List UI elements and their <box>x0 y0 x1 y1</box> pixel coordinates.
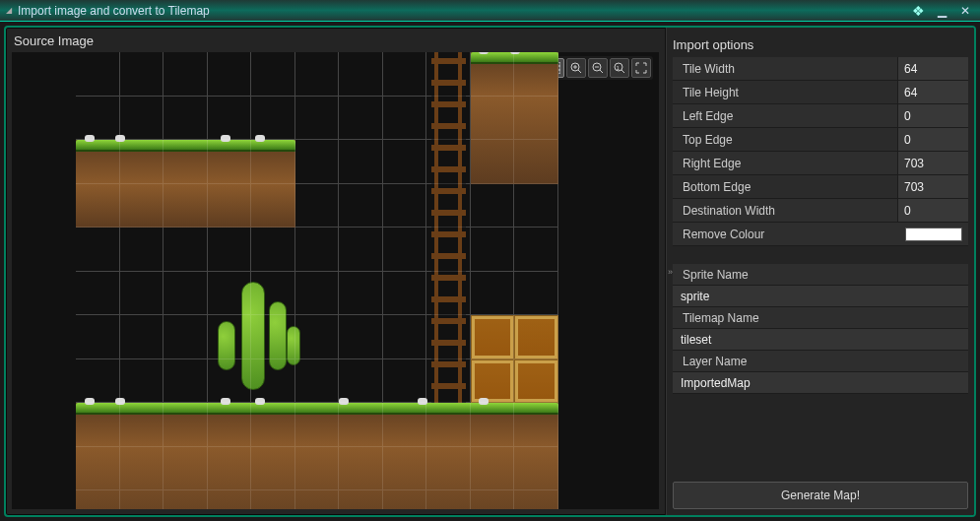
option-value[interactable]: 703 <box>897 152 968 174</box>
option-value[interactable]: 0 <box>897 128 968 151</box>
option-label: Destination Width <box>673 204 897 218</box>
option-row: Left Edge0 <box>673 104 968 128</box>
option-row: Right Edge703 <box>673 152 968 175</box>
zoom-fit-icon: 1 <box>614 62 625 74</box>
window-body: Source Image ▾ 1 <box>4 26 976 517</box>
svg-text:1: 1 <box>617 65 621 71</box>
layer-name-input[interactable]: ImportedMap <box>673 372 968 393</box>
option-label: Tile Width <box>673 62 897 76</box>
option-row: Top Edge0 <box>673 128 968 152</box>
tilemap-name-input[interactable]: tileset <box>673 329 968 350</box>
toolbar-zoom-out[interactable] <box>588 58 608 78</box>
option-value[interactable]: 703 <box>897 175 968 198</box>
options-heading: Import options <box>673 33 968 55</box>
svg-line-6 <box>578 70 581 73</box>
sprite-name-input[interactable]: sprite <box>673 286 968 306</box>
option-label: Top Edge <box>673 133 897 147</box>
close-icon[interactable]: ✕ <box>956 4 974 18</box>
overflow-icon[interactable]: ❖ <box>909 3 927 19</box>
option-row: Destination Width0 <box>673 199 968 223</box>
option-value[interactable]: 0 <box>897 199 968 222</box>
remove-colour-label: Remove Colour <box>673 228 905 241</box>
fullscreen-icon <box>635 62 647 74</box>
tilemap-name-row: tileset <box>673 329 968 351</box>
tilemap-name-label-row: Tilemap Name <box>673 307 968 329</box>
option-row: Tile Height64 <box>673 81 968 104</box>
remove-colour-swatch[interactable] <box>905 228 962 241</box>
source-panel: Source Image ▾ 1 <box>6 28 666 515</box>
tilemap-canvas[interactable] <box>76 52 558 509</box>
titlebar[interactable]: ◢ Import image and convert to Tilemap ❖ … <box>0 0 980 22</box>
window-menu-icon[interactable]: ◢ <box>6 6 12 15</box>
option-row: Tile Width64 <box>673 57 968 81</box>
layer-name-row: ImportedMap <box>673 372 968 394</box>
minimize-icon[interactable]: ▁ <box>933 4 950 18</box>
panel-collapse-icon[interactable]: » <box>668 267 671 277</box>
option-row: Bottom Edge703 <box>673 175 968 199</box>
option-label: Bottom Edge <box>673 180 897 194</box>
zoom-out-icon <box>592 62 604 74</box>
sprite-name-row: sprite <box>673 286 968 307</box>
canvas-wrap[interactable]: ▾ 1 <box>12 52 659 509</box>
option-value[interactable]: 64 <box>897 81 968 103</box>
option-label: Tile Height <box>673 86 897 99</box>
zoom-in-icon <box>570 62 582 74</box>
generate-button[interactable]: Generate Map! <box>673 482 968 509</box>
toolbar-fullscreen[interactable] <box>631 58 651 78</box>
option-value[interactable]: 0 <box>897 104 968 127</box>
sprite-name-label-row: Sprite Name <box>673 264 968 286</box>
window: ◢ Import image and convert to Tilemap ❖ … <box>0 0 980 521</box>
option-label: Left Edge <box>673 109 897 123</box>
toolbar-zoom-in[interactable] <box>566 58 586 78</box>
svg-line-10 <box>600 70 603 73</box>
toolbar-zoom-fit[interactable]: 1 <box>610 58 629 78</box>
svg-line-13 <box>621 70 624 73</box>
source-heading: Source Image <box>6 28 665 52</box>
layer-name-label-row: Layer Name <box>673 351 968 372</box>
window-title: Import image and convert to Tilemap <box>18 4 210 18</box>
option-value[interactable]: 64 <box>897 57 968 80</box>
options-panel: Import options Tile Width64Tile Height64… <box>666 28 974 515</box>
remove-colour-row: Remove Colour <box>673 223 968 246</box>
option-label: Right Edge <box>673 157 897 170</box>
